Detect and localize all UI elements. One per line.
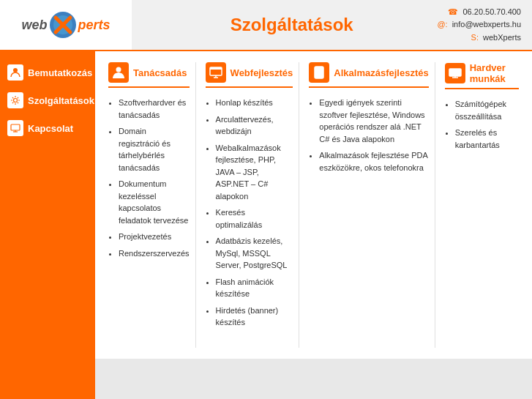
column-webfejlesztes: Webfejlesztés Honlap készítés Arculatter…: [200, 62, 300, 348]
page-title: Szolgáltatások: [231, 15, 353, 35]
tanacsadas-list: Szoftverhardver és tanácsadás Domain reg…: [108, 97, 190, 259]
list-item: Adatbázis kezelés, MySql, MSSQL Server, …: [216, 235, 293, 272]
hardver-icon: [445, 63, 465, 83]
header: web perts Szolgáltatások ☎ 06.20.50.70.4…: [0, 0, 532, 51]
alkalmazasfejlesztes-list: Egyedi igények szerinti szoftver fejlesz…: [309, 97, 428, 174]
alkalmazasfejlesztes-icon: [309, 62, 329, 83]
columns: Tanácsadás Szoftverhardver és tanácsadás…: [95, 51, 532, 359]
sidebar-item-kapcsolat[interactable]: Kapcsolat: [0, 114, 95, 142]
svg-rect-13: [452, 71, 459, 74]
list-item: Projektvezetés: [119, 231, 190, 243]
main-layout: Bemutatkozás Szolgáltatások Kapcsolat: [0, 51, 532, 399]
logo-area: web perts: [0, 0, 132, 50]
list-item: Arculattervezés, webdizájn: [216, 113, 293, 138]
header-contact: ☎ 06.20.50.70.400 @: info@webxperts.hu S…: [437, 6, 532, 45]
content-area: Tanácsadás Szoftverhardver és tanácsadás…: [95, 51, 532, 399]
list-item: Rendszerszervezés: [119, 247, 190, 260]
svg-point-11: [318, 75, 320, 77]
list-item: Domain regisztráció és tárhelybérlés tan…: [119, 125, 190, 174]
logo: web perts: [21, 11, 110, 39]
list-item: Hirdetés (banner) készítés: [216, 305, 293, 329]
svg-point-5: [14, 99, 18, 102]
svg-point-7: [116, 67, 121, 72]
list-item: Egyedi igények szerinti szoftver fejlesz…: [319, 97, 428, 145]
column-tanacsadas: Tanácsadás Szoftverhardver és tanácsadás…: [102, 62, 196, 348]
column-header-alkalmazasfejlesztes: Alkalmazásfejlesztés: [309, 62, 428, 88]
webfejlesztes-list: Honlap készítés Arculattervezés, webdizá…: [206, 97, 293, 329]
hardver-list: Számítógépek összeállítása Szerelés és k…: [445, 98, 519, 151]
list-item: Szoftverhardver és tanácsadás: [119, 97, 190, 121]
contact-email: @: info@webxperts.hu: [437, 18, 521, 31]
tanacsadas-icon: [108, 62, 129, 83]
sidebar: Bemutatkozás Szolgáltatások Kapcsolat: [0, 51, 95, 399]
sidebar-item-bemutatkozas[interactable]: Bemutatkozás: [0, 59, 95, 86]
list-item: Honlap készítés: [216, 97, 293, 109]
contact-skype: S: webXperts: [437, 31, 521, 45]
screen-icon: [7, 120, 23, 136]
contact-phone: ☎ 06.20.50.70.400: [437, 6, 521, 19]
list-item: Szerelés és karbantartás: [455, 127, 519, 151]
list-item: Flash animációk készítése: [216, 276, 293, 300]
column-header-hardver: Hardver munkák: [445, 62, 519, 89]
header-title-area: Szolgáltatások: [132, 15, 437, 35]
email-icon: @:: [437, 20, 447, 29]
list-item: Dokumentum kezeléssel kapcsolatos felada…: [119, 178, 190, 226]
list-item: Alkalmazások fejlesztése PDA eszközökre,…: [319, 149, 428, 174]
column-alkalmazasfejlesztes: Alkalmazásfejlesztés Egyedi igények szer…: [303, 62, 435, 348]
list-item: Keresés optimalizálás: [216, 206, 293, 231]
sidebar-item-szolgaltatasok[interactable]: Szolgáltatások: [0, 86, 95, 114]
bottom-area: [95, 359, 532, 399]
skype-icon: S:: [471, 33, 479, 42]
webfejlesztes-icon: [206, 62, 226, 83]
list-item: Webalkalmazások fejlesztése, PHP, JAVA –…: [216, 142, 293, 203]
column-hardver: Hardver munkák Számítógépek összeállítás…: [439, 62, 525, 348]
column-header-webfejlesztes: Webfejlesztés: [206, 62, 293, 88]
column-header-tanacsadas: Tanácsadás: [108, 62, 190, 88]
svg-rect-9: [210, 67, 222, 70]
phone-icon: ☎: [448, 7, 458, 16]
svg-point-4: [13, 68, 18, 72]
list-item: Számítógépek összeállítása: [455, 98, 519, 122]
person-icon: [7, 64, 23, 81]
gear-icon: [7, 92, 23, 108]
svg-rect-6: [11, 124, 20, 130]
logo-icon: [49, 11, 77, 39]
